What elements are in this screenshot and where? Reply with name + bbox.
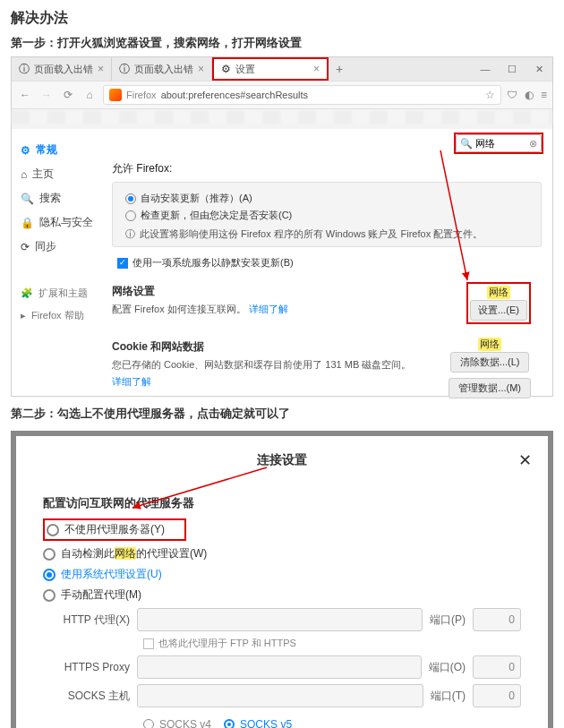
port-label: 端口(P) [430, 612, 466, 628]
search-icon: 🔍 [21, 193, 34, 205]
learn-more-link[interactable]: 详细了解 [249, 304, 288, 314]
url-text: about:preferences#searchResults [161, 90, 308, 100]
menu-icon[interactable]: ≡ [541, 89, 547, 101]
opt-label: SOCKS v4 [159, 718, 211, 728]
shield-icon[interactable]: 🛡 [507, 89, 517, 101]
cookie-buttons: 网络 清除数据...(L) 管理数据...(M) [449, 338, 531, 398]
ftp-https-check[interactable]: 也将此代理用于 FTP 和 HTTPS [143, 637, 521, 650]
tab-settings[interactable]: ⚙ 设置 × [212, 57, 329, 81]
tab-label: 页面载入出错 [134, 63, 193, 76]
page-heading: 解决办法 [11, 9, 553, 28]
address-bar[interactable]: Firefox about:preferences#searchResults … [103, 85, 501, 105]
min-button[interactable]: — [472, 64, 499, 75]
tab-label: 页面载入出错 [34, 63, 93, 76]
clear-data-button[interactable]: 清除数据...(L) [450, 352, 530, 373]
close-icon[interactable]: × [98, 63, 104, 75]
reload-icon[interactable]: ⟳ [60, 87, 76, 103]
allow-title: 允许 Firefox: [112, 161, 542, 176]
max-button[interactable]: ☐ [499, 64, 526, 75]
prefs-main: 🔍 ⊗ 允许 Firefox: 自动安装更新（推荐）(A) 检查更新，但由您决定… [105, 133, 549, 392]
sidebar-item-label: Firefox 帮助 [31, 309, 84, 322]
prefs-search-wrap: 🔍 ⊗ [454, 133, 543, 154]
http-port-input[interactable] [473, 608, 521, 631]
opt-manual-proxy[interactable]: 手动配置代理(M) [43, 587, 521, 603]
close-button[interactable]: ✕ [526, 64, 552, 75]
manual-proxy-grid: HTTP 代理(X) 端口(P) 也将此代理用于 FTP 和 HTTPS HTT… [63, 608, 521, 728]
new-tab-button[interactable]: + [329, 62, 350, 76]
network-settings-button[interactable]: 设置...(E) [470, 300, 527, 321]
lock-icon: 🔒 [21, 217, 34, 229]
clear-icon[interactable]: ⊗ [529, 138, 537, 150]
browser-window: ⓘ 页面载入出错 × ⓘ 页面载入出错 × ⚙ 设置 × + — ☐ ✕ ← [11, 56, 553, 397]
close-icon[interactable]: × [313, 63, 320, 75]
check-bg-service[interactable]: 使用一项系统服务以静默安装更新(B) [117, 256, 542, 270]
socks-port-input[interactable] [473, 684, 521, 707]
close-icon[interactable]: × [198, 63, 204, 75]
sidebar-item-home[interactable]: ⌂主页 [15, 162, 105, 186]
sidebar-item-help[interactable]: ▸Firefox 帮助 [15, 304, 105, 327]
manage-data-button[interactable]: 管理数据...(M) [449, 378, 531, 398]
checkbox-icon [143, 638, 154, 649]
info-icon: ⓘ [125, 227, 135, 241]
socks-label: SOCKS 主机 [63, 689, 130, 704]
socks-input[interactable] [137, 684, 423, 707]
puzzle-icon: 🧩 [21, 287, 33, 299]
sidebar-item-search[interactable]: 🔍搜索 [15, 186, 105, 210]
radio-check-only[interactable]: 检查更新，但由您决定是否安装(C) [125, 209, 534, 222]
radio-icon [47, 524, 59, 536]
checkbox-icon [117, 258, 128, 269]
home-icon[interactable]: ⌂ [81, 87, 98, 103]
socks-v5[interactable]: SOCKS v5 [224, 718, 292, 728]
tab-label: 设置 [235, 63, 255, 76]
modal-title: 连接设置 [43, 452, 521, 468]
prefs-search[interactable]: 🔍 ⊗ [456, 134, 542, 152]
back-icon[interactable]: ← [17, 87, 33, 103]
socks-v4[interactable]: SOCKS v4 [143, 718, 211, 728]
account-icon[interactable]: ◐ [525, 89, 534, 101]
bookmarks-blur [12, 111, 552, 124]
prefs-sidebar: ⚙常规 ⌂主页 🔍搜索 🔒隐私与安全 ⟳同步 🧩扩展和主题 ▸Firefox 帮… [15, 133, 105, 392]
port-label: 端口(O) [429, 660, 466, 675]
highlight-network: 网络 [478, 338, 501, 351]
check-label: 也将此代理用于 FTP 和 HTTPS [158, 637, 296, 650]
opt-label: 手动配置代理(M) [61, 587, 141, 603]
sidebar-item-addons[interactable]: 🧩扩展和主题 [15, 282, 105, 304]
bookmark-icon[interactable]: ☆ [485, 89, 495, 101]
sidebar-item-label: 扩展和主题 [38, 287, 88, 300]
firefox-icon [109, 89, 122, 101]
prefs-body: ⚙常规 ⌂主页 🔍搜索 🔒隐私与安全 ⟳同步 🧩扩展和主题 ▸Firefox 帮… [12, 129, 552, 396]
radio-icon [43, 589, 56, 602]
opt-no-proxy[interactable]: 不使用代理服务器(Y) [43, 518, 186, 541]
http-proxy-input[interactable] [137, 608, 423, 631]
close-icon[interactable]: ✕ [518, 450, 532, 470]
https-port-input[interactable] [473, 655, 521, 679]
gear-icon: ⚙ [221, 63, 231, 75]
cookie-learn-link[interactable]: 详细了解 [112, 376, 151, 387]
info-line: ⓘ此设置将影响使用这份 Firefox 程序的所有 Windows 账户及 Fi… [125, 227, 534, 241]
opt-label: 自动检测此网络的代理设置(W) [61, 546, 207, 561]
opt-system-proxy[interactable]: 使用系统代理设置(U) [43, 567, 521, 582]
sidebar-item-sync[interactable]: ⟳同步 [15, 235, 105, 259]
search-input[interactable] [475, 138, 529, 149]
sidebar-item-label: 主页 [32, 167, 54, 182]
step2-label: 第二步：勾选上不使用代理服务器，点击确定就可以了 [11, 406, 553, 422]
https-proxy-label: HTTPS Proxy [63, 661, 130, 673]
tab-error-2[interactable]: ⓘ 页面载入出错 × [112, 57, 212, 81]
radio-icon [125, 193, 136, 204]
https-proxy-input[interactable] [137, 655, 422, 679]
radio-icon [125, 210, 136, 221]
sidebar-item-privacy[interactable]: 🔒隐私与安全 [15, 210, 105, 235]
port-label: 端口(T) [431, 689, 466, 704]
opt-auto-detect[interactable]: 自动检测此网络的代理设置(W) [43, 546, 521, 561]
forward-icon[interactable]: → [38, 87, 55, 103]
help-icon: ▸ [21, 310, 26, 321]
tab-error-1[interactable]: ⓘ 页面载入出错 × [12, 57, 112, 81]
address-row: ← → ⟳ ⌂ Firefox about:preferences#search… [12, 81, 552, 109]
opt-label: 不使用代理服务器(Y) [64, 522, 165, 537]
radio-label: 检查更新，但由您决定是否安装(C) [141, 209, 292, 222]
check-label: 使用一项系统服务以静默安装更新(B) [132, 256, 294, 270]
window-controls: — ☐ ✕ [472, 64, 552, 75]
sidebar-item-general[interactable]: ⚙常规 [15, 138, 105, 162]
radio-auto-install[interactable]: 自动安装更新（推荐）(A) [125, 192, 534, 205]
highlight-network: 网络 [115, 547, 136, 560]
